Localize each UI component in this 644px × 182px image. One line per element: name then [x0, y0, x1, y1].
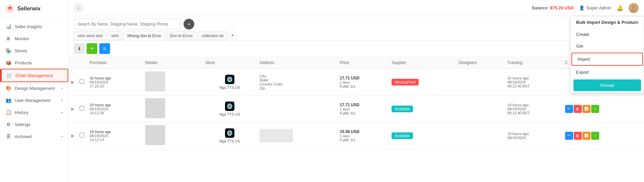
store-cell: Nga TTS US [203, 96, 257, 122]
sidebar-item-label: Stores [15, 48, 63, 53]
delete-button[interactable]: 🗑 [574, 105, 582, 113]
more-button[interactable]: ⬜ [582, 132, 591, 140]
purchase-time: 16 hours ago [90, 76, 140, 80]
history-icon: 📋 [5, 110, 11, 115]
tab-nhung-don-bi-error[interactable]: Nhung don bi Error [124, 32, 165, 40]
sidebar-item-products[interactable]: 📦 Products [0, 57, 68, 69]
dropdown-item-reload[interactable]: Reload [573, 79, 641, 91]
dropdown-menu: Bulk Import Design & Product Create Get … [570, 16, 644, 93]
row-checkbox[interactable] [80, 133, 84, 137]
tab-vinh[interactable]: vinh [108, 32, 122, 40]
col-address: Address [257, 57, 337, 69]
sidebar-item-user-management[interactable]: 👥 User Management ▾ [0, 94, 68, 106]
toolbar: ⬇ + ↻ [69, 41, 644, 57]
dropdown-item-import[interactable]: Import [571, 53, 643, 66]
dropdown-item-create[interactable]: Create [571, 28, 644, 40]
sidebar-item-history[interactable]: 📋 History ▾ [0, 106, 68, 118]
notification-icon[interactable]: 🔔 [617, 5, 623, 11]
action-buttons: ✏ 🗑 ⬜ + [565, 105, 641, 113]
order-price: 15.59 USD [340, 129, 386, 134]
purchase-cell: 19 hours ago 08/19/2024 14:12:14 [87, 122, 142, 149]
expand-row-button[interactable]: ▶ [71, 133, 74, 138]
sidebar-item-design-management[interactable]: 🎨 Design Management ▾ [0, 82, 68, 94]
order-fulfill: Fulfill: 0/1 [340, 84, 386, 88]
action-buttons: ✏ 🗑 ⬜ + [565, 132, 641, 140]
sidebar-item-monitor[interactable]: 🖥 Monitor [0, 33, 68, 45]
expand-row-button[interactable]: ▶ [71, 107, 74, 111]
store-name: Nga TTS US [219, 112, 240, 116]
more-button[interactable]: ⬜ [582, 105, 591, 113]
dropdown-title: Bulk Import Design & Product [571, 16, 644, 28]
expand-row-button[interactable]: ▶ [71, 80, 74, 84]
products-icon: 📦 [5, 60, 11, 65]
sidebar-item-settings[interactable]: ⚙ Settings [0, 118, 68, 130]
details-cell [142, 69, 203, 96]
purchase-cell: 16 hours ago 08/19/2024 17:20:32 [87, 69, 142, 96]
tab-collection-tts[interactable]: collection tts [198, 32, 227, 40]
row-checkbox[interactable] [80, 79, 84, 84]
sidebar-nav: 📊 Seller Insights 🖥 Monitor 🏪 Stores 📦 P… [0, 18, 68, 182]
settings-icon: ⚙ [5, 122, 11, 127]
search-area: + ⚙ [74, 19, 639, 29]
store-platform-icon [225, 75, 234, 84]
tracking-cell: 16 hours ago 08/19/2024 08:12:40 BST [505, 69, 562, 96]
sidebar-item-stores[interactable]: 🏪 Stores [0, 45, 68, 57]
supplier-status-badge: Available [392, 106, 413, 112]
table-row: ▶ 16 hours ago 08/19/2024 17:20:32 [69, 69, 644, 96]
edit-button[interactable]: ✏ [565, 105, 573, 113]
purchase-time: 19 hours ago [90, 130, 140, 134]
designers-cell [456, 69, 505, 96]
order-items: 1 item [340, 134, 386, 138]
sidebar-item-seller-insights[interactable]: 📊 Seller Insights [0, 20, 68, 33]
archived-icon: 🗄 [5, 134, 11, 139]
col-store: Store [203, 57, 257, 69]
tracking-date: 08/19/2024 [507, 136, 559, 140]
sidebar-item-label: Monitor [15, 36, 63, 41]
search-input[interactable] [74, 19, 181, 29]
back-button[interactable]: ‹ [74, 3, 83, 13]
tracking-time2: 08:12:40 BST [507, 111, 559, 115]
tab-vinh-store-test[interactable]: vinh store test [74, 32, 106, 40]
header-left: ‹ [74, 3, 83, 13]
order-items: 1 item [340, 80, 386, 84]
tracking-time2: 08:12:40 BST [507, 84, 559, 88]
user-label: Super Admin [586, 5, 611, 10]
tab-don-bi-errror[interactable]: Don bi Errror [166, 32, 197, 40]
tracking-time: 16 hours ago [507, 76, 559, 80]
add-order-button[interactable]: + [87, 43, 97, 54]
address-cell [257, 96, 337, 122]
svg-point-9 [229, 132, 231, 134]
edit-button[interactable]: ✏ [565, 132, 573, 140]
purchase-time2: 14:12:14 [90, 138, 140, 142]
row-checkbox[interactable] [80, 106, 84, 111]
add-button[interactable]: + [591, 105, 599, 113]
sidebar-item-order-management[interactable]: 🛒 Order Management [0, 69, 68, 82]
order-thumbnail [145, 125, 165, 145]
store-cell: Nga TTS US [203, 122, 257, 149]
balance-label: Balance: $75.20 USD [532, 5, 574, 10]
delete-button[interactable]: 🗑 [574, 132, 582, 140]
col-purchase: Purchase [87, 57, 142, 69]
download-button[interactable]: ⬇ [74, 43, 85, 54]
chevron-down-icon: ▾ [61, 135, 63, 138]
dropdown-item-export[interactable]: Export [571, 66, 644, 78]
sidebar-item-archived[interactable]: 🗄 Archived ▾ [0, 130, 68, 142]
col-supplier: Supplier [389, 57, 456, 69]
sidebar-item-label: Archived [15, 134, 58, 139]
refresh-button[interactable]: ↻ [99, 43, 110, 54]
add-button[interactable]: + [591, 132, 599, 140]
col-expand [69, 57, 77, 69]
main-content: ‹ Balance: $75.20 USD 👤 Super Admin 🔔 + [69, 0, 644, 182]
dropdown-item-get[interactable]: Get [571, 40, 644, 52]
col-details: Details [142, 57, 203, 69]
sidebar-item-label: Order Management [15, 73, 62, 78]
seller-insights-icon: 📊 [5, 24, 11, 29]
order-fulfill: Fulfill: 0/1 [340, 111, 386, 115]
tracking-time: 19 hours ago [507, 132, 559, 136]
stores-icon: 🏪 [5, 48, 11, 53]
design-management-icon: 🎨 [5, 85, 11, 91]
tab-add-button[interactable]: + [229, 32, 237, 40]
col-checkbox [77, 57, 87, 69]
search-button[interactable]: + [184, 19, 194, 29]
svg-point-2 [632, 5, 635, 8]
